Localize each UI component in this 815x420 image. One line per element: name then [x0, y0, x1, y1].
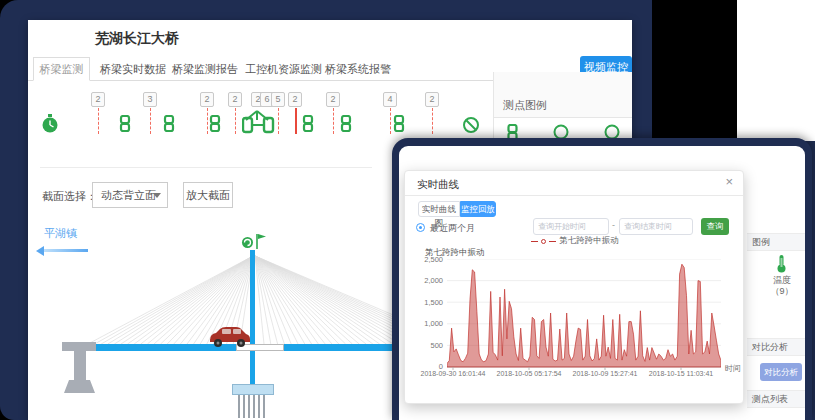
- legend-label: 第七跨跨中振动: [559, 235, 619, 247]
- sensor-count-badge[interactable]: 2: [326, 92, 340, 107]
- bridge-abutment: [62, 340, 98, 396]
- black-screen-region: [652, 0, 737, 141]
- anemometer-icon[interactable]: [255, 233, 267, 250]
- sensor-count-badge[interactable]: 2: [228, 92, 242, 107]
- pylon-cap: [232, 384, 274, 395]
- sensor-drop-line: [150, 108, 151, 134]
- x-tick-label: 2018-10-09 15:27:41: [569, 370, 641, 377]
- close-icon[interactable]: ×: [725, 174, 733, 189]
- sensor-count-badge[interactable]: 4: [383, 92, 397, 107]
- sensor-drop-line: [295, 108, 297, 134]
- chain-link-icon[interactable]: [393, 115, 405, 133]
- tab-bridge-system-alarm[interactable]: 桥梁系统报警: [325, 62, 391, 77]
- x-axis-label: 时间: [725, 363, 741, 374]
- x-tick-label: 2018-10-05 05:17:54: [493, 370, 565, 377]
- y-tick-label: 2,000: [405, 276, 443, 285]
- divider: [40, 167, 372, 168]
- gps-icon[interactable]: [241, 236, 254, 249]
- vibration-chart: [447, 259, 721, 367]
- legend-panel-header: 测点图例: [494, 72, 632, 118]
- x-tick-label: 2018-09-30 16:01:44: [417, 370, 489, 377]
- background-window-fragment: [737, 0, 815, 141]
- sensor-count-badge[interactable]: 2: [200, 92, 214, 107]
- compare-section-header: 对比分析: [747, 338, 805, 356]
- pylon-piles: [237, 395, 269, 418]
- x-tick-label: 2018-10-15 11:03:41: [645, 370, 717, 377]
- zoom-section-button[interactable]: 放大截面: [183, 182, 233, 208]
- direction-arrow-head: [36, 246, 44, 256]
- caret-down-icon: [153, 193, 161, 198]
- stopwatch-icon[interactable]: [40, 112, 60, 134]
- sensor-drop-line: [98, 108, 99, 134]
- sensor-count-badge[interactable]: 2: [91, 92, 105, 107]
- car-icon: [206, 326, 252, 348]
- bridge-pylon-lower: [250, 351, 255, 385]
- query-end-time-input[interactable]: [619, 218, 693, 235]
- ban-icon[interactable]: [462, 116, 480, 134]
- desktop-background: 芜湖长江大桥 桥梁监测 桥梁实时数据 桥梁监测报告 工控机资源监测 桥梁系统报警…: [0, 0, 815, 420]
- temperature-count: （9）: [760, 285, 804, 298]
- section-select-value: 动态背立面: [101, 189, 156, 201]
- sensor-drop-line: [333, 108, 334, 134]
- point-list-section-header: 测点列表: [747, 390, 805, 408]
- thermometer-icon[interactable]: [775, 254, 788, 273]
- legend-section-header: 图例: [747, 233, 805, 251]
- page-title: 芜湖长江大桥: [95, 30, 179, 48]
- legend-panel-title: 测点图例: [503, 98, 547, 113]
- modal-title: 实时曲线: [417, 178, 459, 192]
- tab-ipc-resource-monitoring[interactable]: 工控机资源监测: [245, 62, 322, 77]
- legend-line: [549, 241, 556, 242]
- y-tick-label: 2,500: [405, 255, 443, 264]
- chain-link-icon[interactable]: [302, 115, 314, 133]
- chain-link-icon[interactable]: [209, 115, 221, 133]
- chart-legend[interactable]: 第七跨跨中振动: [405, 235, 745, 247]
- range-separator: -: [612, 220, 615, 230]
- chain-link-icon[interactable]: [340, 115, 352, 133]
- sensor-drop-line: [235, 108, 236, 134]
- sensor-count-badge[interactable]: 5: [271, 92, 285, 107]
- section-select[interactable]: 动态背立面: [92, 182, 168, 208]
- y-tick-label: 1,000: [405, 319, 443, 328]
- bridge-joint-icon[interactable]: [242, 108, 276, 134]
- sensor-drop-line: [207, 108, 208, 134]
- sensor-drop-line: [432, 108, 433, 134]
- sensor-drop-line: [278, 108, 279, 134]
- direction-label: 平湖镇: [44, 226, 77, 241]
- tab-bridge-monitoring[interactable]: 桥梁监测: [33, 57, 90, 81]
- query-button[interactable]: 查询: [701, 218, 729, 235]
- section-select-label: 截面选择：: [42, 189, 97, 204]
- compare-analysis-button[interactable]: 对比分析: [760, 363, 802, 381]
- chain-link-icon[interactable]: [163, 115, 175, 133]
- last-two-months-radio[interactable]: [416, 223, 425, 232]
- modal-header-divider: [405, 195, 743, 196]
- last-two-months-label: 最近两个月: [430, 222, 475, 235]
- y-tick-label: 1,500: [405, 298, 443, 307]
- realtime-curve-modal: 实时曲线 × 实时曲线图 监控回放 最近两个月 - 查询 第七跨跨中振动 第七跨…: [404, 170, 744, 404]
- query-start-time-input[interactable]: [533, 218, 609, 235]
- tab-bridge-monitoring-report[interactable]: 桥梁监测报告: [172, 62, 238, 77]
- sensor-count-badge[interactable]: 2: [425, 92, 439, 107]
- sensor-count-badge[interactable]: 2: [288, 92, 302, 107]
- sensor-count-badge[interactable]: 3: [143, 92, 157, 107]
- sensor-drop-line: [390, 108, 391, 134]
- tab-bridge-realtime-data[interactable]: 桥梁实时数据: [100, 62, 166, 77]
- legend-circle-icon: [541, 239, 546, 244]
- legend-line: [531, 241, 538, 242]
- chain-link-icon[interactable]: [119, 115, 131, 133]
- tab-realtime-curve-chart[interactable]: 实时曲线图: [418, 201, 460, 217]
- y-tick-label: 500: [405, 341, 443, 350]
- tab-monitoring-playback[interactable]: 监控回放: [460, 201, 496, 217]
